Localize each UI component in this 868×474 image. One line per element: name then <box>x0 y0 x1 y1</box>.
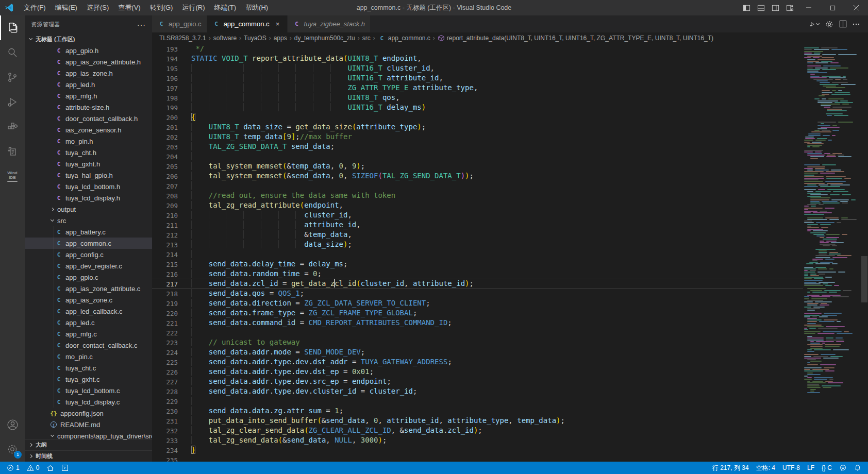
tree-item[interactable]: Ctuya_lcd_display.c <box>25 396 152 408</box>
extensions-icon[interactable] <box>0 114 25 139</box>
close-tab-icon[interactable]: × <box>274 20 282 28</box>
explorer-more-actions-icon[interactable]: ··· <box>137 21 146 29</box>
code-line-202[interactable]: 202 UINT8_T temp_data[9];//max buffer <box>152 132 803 142</box>
status-remote-icon[interactable] <box>58 462 72 474</box>
account-icon[interactable] <box>0 412 25 437</box>
code-line-194[interactable]: 194STATIC VOID_T report_attribute_data(U… <box>152 54 803 63</box>
tree-folder[interactable]: output <box>25 204 152 215</box>
code-line-203[interactable]: 203 TAL_ZG_SEND_DATA_T send_data; <box>152 142 803 151</box>
tree-item[interactable]: Capp_battery.c <box>25 226 152 238</box>
tree-item[interactable]: Capp_led_callback.c <box>25 306 152 317</box>
sidebar-section-timeline[interactable]: 时间线 <box>25 450 152 462</box>
tree-item[interactable]: Ctuya_lcd_bottom.h <box>25 181 152 192</box>
tree-item[interactable]: Cdoor_contact_callback.h <box>25 113 152 124</box>
tree-item[interactable]: iREADME.md <box>25 419 152 430</box>
code-line-207[interactable]: 207 <box>152 181 803 191</box>
code-line-195[interactable]: 195 UINT16_T cluster_id, <box>152 63 803 73</box>
tree-item[interactable]: Capp_ias_zone.c <box>25 294 152 306</box>
tab-tuya_zigbee_stack.h[interactable]: Ctuya_zigbee_stack.h <box>288 15 371 32</box>
code-line-234[interactable]: 234} <box>152 445 803 455</box>
status-error-icon[interactable]: 1 <box>3 462 23 474</box>
tree-item[interactable]: Ctuya_lcd_display.h <box>25 192 152 204</box>
code-line-231[interactable]: 231 put_data_into_send_buffer(&send_data… <box>152 416 803 426</box>
tab-app_gpio.c[interactable]: Capp_gpio.c <box>152 15 207 32</box>
status-warning-icon[interactable]: 0 <box>23 462 43 474</box>
code-line-233[interactable]: 233 tal_zg_send_data(&send_data, NULL, 3… <box>152 435 803 445</box>
close-button[interactable] <box>844 0 868 15</box>
menu-e[interactable]: 编辑(E) <box>51 0 82 15</box>
code-line-220[interactable]: 220 send_data.frame_type = ZG_ZCL_FRAME_… <box>152 308 803 318</box>
code-line-215[interactable]: 215 send_data.delay_time = delay_ms; <box>152 259 803 269</box>
breadcrumb-item[interactable]: apps› <box>274 35 294 42</box>
tree-item[interactable]: Capp_dev_register.c <box>25 260 152 272</box>
code-line-229[interactable]: 229 <box>152 396 803 406</box>
split-editor-button[interactable] <box>836 15 849 32</box>
tree-item[interactable]: Capp_ias_zone_attribute.h <box>25 56 152 67</box>
status-bell-icon[interactable] <box>850 462 865 474</box>
tree-item[interactable]: Capp_common.c <box>25 238 152 249</box>
tree-item[interactable]: Capp_ias_zone_attribute.c <box>25 283 152 294</box>
toggle-sidebar-icon[interactable] <box>739 0 754 15</box>
tree-item[interactable]: Ctuya_gxht.h <box>25 158 152 170</box>
source-control-icon[interactable] <box>0 65 25 90</box>
breadcrumb-item[interactable]: TLSR8258_3.7.1› <box>159 35 213 42</box>
code-line-198[interactable]: 198 UINT8_T qos, <box>152 93 803 103</box>
menu-s[interactable]: 选择(S) <box>82 0 113 15</box>
tree-item[interactable]: Capp_led.h <box>25 79 152 90</box>
breadcrumb-item[interactable]: dy_temphum500c_ztu› <box>294 35 362 42</box>
maximize-button[interactable] <box>821 0 844 15</box>
workspace-section-header[interactable]: 无标题 (工作区) <box>25 33 152 45</box>
code-line-216[interactable]: 216 send_data.random_time = 0; <box>152 269 803 279</box>
references-icon[interactable] <box>0 139 25 164</box>
breadcrumb-item[interactable]: software› <box>213 35 244 42</box>
tab-app_common.c[interactable]: Capp_common.c× <box>207 15 288 32</box>
tree-item[interactable]: Ctuya_cht.c <box>25 362 152 374</box>
code-line-210[interactable]: 210 cluster_id, <box>152 210 803 220</box>
menu-v[interactable]: 查看(V) <box>113 0 145 15</box>
sidebar-section-outline[interactable]: 大纲 <box>25 439 152 450</box>
settings-gear-button[interactable] <box>823 15 836 32</box>
code-line-217[interactable]: 217 send_data.zcl_id = get_data_zcl_id(c… <box>152 279 803 289</box>
code-line-201[interactable]: 201 UINT8_T data_size = get_data_size(at… <box>152 122 803 132</box>
code-line-226[interactable]: 226 send_data.addr.type.dev.dst_ep = 0x0… <box>152 367 803 377</box>
tree-item[interactable]: Capp_config.c <box>25 249 152 260</box>
code-line-209[interactable]: 209 tal_zg_read_attribute(endpoint, <box>152 200 803 210</box>
status-utf8[interactable]: UTF-8 <box>779 462 804 474</box>
code-line-196[interactable]: 196 UINT16_T attribute_id, <box>152 73 803 83</box>
status-4[interactable]: 空格: 4 <box>753 462 779 474</box>
tree-item[interactable]: Capp_mfg.h <box>25 90 152 101</box>
minimap[interactable] <box>803 44 861 462</box>
code-line-227[interactable]: 227 send_data.addr.type.dev.src_ep = end… <box>152 377 803 386</box>
code-line-205[interactable]: 205 tal_system_memset(&temp_data, 0, 9); <box>152 161 803 171</box>
code-line-232[interactable]: 232 tal_zg_clear_send_data(ZG_CLEAR_ALL_… <box>152 426 803 435</box>
code-line-193[interactable]: 193 */ <box>152 44 803 54</box>
run-debug-icon[interactable] <box>0 90 25 114</box>
code-line-230[interactable]: 230 send_data.data.zg.attr_sum = 1; <box>152 406 803 416</box>
code-line-211[interactable]: 211 attribute_id, <box>152 220 803 230</box>
code-line-206[interactable]: 206 tal_system_memset(&send_data, 0, SIZ… <box>152 171 803 181</box>
customize-layout-icon[interactable] <box>782 0 797 15</box>
code-line-213[interactable]: 213 data_size); <box>152 240 803 249</box>
code-line-222[interactable]: 222 <box>152 328 803 337</box>
scrollbar-slider[interactable] <box>861 256 867 302</box>
code-line-197[interactable]: 197 ZG_ATTR_TYPE_E attribute_type, <box>152 83 803 93</box>
menu-f[interactable]: 文件(F) <box>19 0 51 15</box>
code-line-221[interactable]: 221 send_data.command_id = CMD_REPORT_AT… <box>152 318 803 328</box>
tree-folder[interactable]: src <box>25 215 152 226</box>
breadcrumb-item[interactable]: src› <box>362 35 378 42</box>
code-line-228[interactable]: 228 send_data.addr.type.dev.cluster_id =… <box>152 386 803 396</box>
tree-item[interactable]: Cias_zone_sensor.h <box>25 124 152 136</box>
code-line-223[interactable]: 223 // unicast to gateway <box>152 337 803 347</box>
code-line-219[interactable]: 219 send_data.direction = ZG_ZCL_DATA_SE… <box>152 298 803 308</box>
code-line-212[interactable]: 212 &temp_data, <box>152 230 803 240</box>
toggle-panel-icon[interactable] <box>754 0 768 15</box>
tree-item[interactable]: Capp_gpio.c <box>25 272 152 283</box>
tree-item[interactable]: Ctuya_hal_gpio.h <box>25 170 152 181</box>
tree-item[interactable]: Cattribute-size.h <box>25 101 152 113</box>
minimize-button[interactable] <box>797 0 821 15</box>
search-icon[interactable] <box>0 40 25 65</box>
tree-item[interactable]: Capp_gpio.h <box>25 45 152 56</box>
tree-item[interactable]: Capp_led.c <box>25 317 152 328</box>
code-line-225[interactable]: 225 send_data.addr.type.dev.dst_addr = T… <box>152 357 803 367</box>
status-{}c[interactable]: {} C <box>818 462 836 474</box>
